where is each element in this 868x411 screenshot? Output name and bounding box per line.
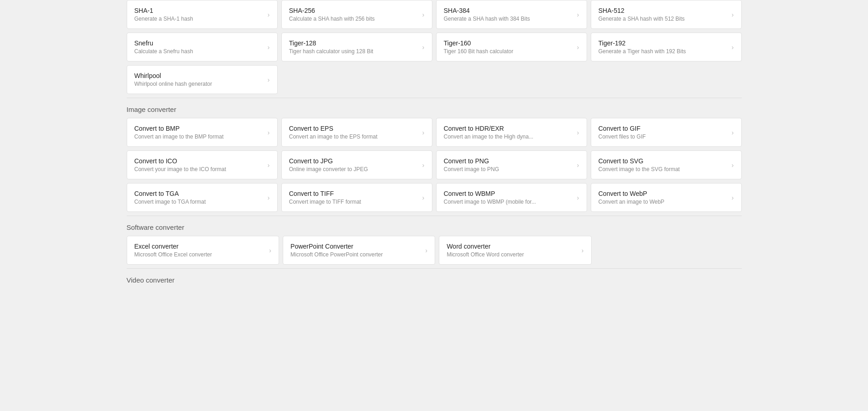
img2-card-0[interactable]: Convert to ICOConvert your image to the …: [127, 150, 278, 179]
img1-card-desc-3: Convert files to GIF: [599, 133, 728, 140]
tiger-card-content-0: SnefruCalculate a Snefru hash: [134, 39, 264, 55]
img1-card-content-1: Convert to EPSConvert an image to the EP…: [289, 125, 419, 140]
sha-card-arrow-2: ›: [577, 11, 579, 18]
img2-card-1[interactable]: Convert to JPGOnline image converter to …: [281, 150, 432, 179]
img2-card-arrow-3: ›: [732, 161, 734, 169]
img3-card-desc-0: Convert image to TGA format: [134, 199, 264, 205]
img2-card-2[interactable]: Convert to PNGConvert image to PNG›: [436, 150, 587, 179]
software-card-arrow-2: ›: [582, 247, 584, 254]
img3-card-title-0: Convert to TGA: [134, 190, 264, 197]
img2-card-desc-0: Convert your image to the ICO format: [134, 166, 264, 172]
img1-card-2[interactable]: Convert to HDR/EXRConvert an image to th…: [436, 118, 587, 147]
img1-card-1[interactable]: Convert to EPSConvert an image to the EP…: [281, 118, 432, 147]
sha-card-arrow-0: ›: [268, 11, 270, 18]
img2-card-content-3: Convert to SVGConvert image to the SVG f…: [599, 157, 728, 172]
tiger-card-desc-3: Generate a Tiger hash with 192 Bits: [599, 48, 728, 55]
tiger-card-content-2: Tiger-160Tiger 160 Bit hash calculator: [444, 39, 573, 55]
software-card-content-2: Word converterMicrosoft Office Word conv…: [447, 243, 578, 258]
img1-card-title-3: Convert to GIF: [599, 125, 728, 132]
img1-card-arrow-3: ›: [732, 129, 734, 136]
img2-card-title-1: Convert to JPG: [289, 157, 419, 165]
img1-card-arrow-2: ›: [577, 129, 579, 136]
img2-card-3[interactable]: Convert to SVGConvert image to the SVG f…: [591, 150, 742, 179]
img2-card-arrow-1: ›: [422, 161, 425, 169]
img2-card-desc-1: Online image converter to JPEG: [289, 166, 419, 172]
video-converter-section-header: Video converter: [127, 268, 742, 289]
img3-card-content-1: Convert to TIFFConvert image to TIFF for…: [289, 190, 419, 205]
software-card-desc-1: Microsoft Office PowerPoint converter: [291, 251, 422, 258]
software-converter-section-header: Software converter: [127, 216, 742, 236]
software-card-title-1: PowerPoint Converter: [291, 243, 422, 250]
whirlpool-card-desc-0: Whirlpool online hash generator: [134, 81, 264, 87]
img3-card-desc-2: Convert image to WBMP (mobile for...: [444, 199, 573, 205]
sha-card-arrow-1: ›: [422, 11, 425, 18]
software-card-title-2: Word converter: [447, 243, 578, 250]
img3-card-content-0: Convert to TGAConvert image to TGA forma…: [134, 190, 264, 205]
software-card-arrow-0: ›: [269, 247, 271, 254]
tiger-card-title-3: Tiger-192: [599, 39, 728, 47]
img3-card-0[interactable]: Convert to TGAConvert image to TGA forma…: [127, 183, 278, 212]
img1-card-content-2: Convert to HDR/EXRConvert an image to th…: [444, 125, 573, 140]
sha-card-content-2: SHA-384Generate a SHA hash with 384 Bits: [444, 7, 573, 22]
sha-card-desc-0: Generate a SHA-1 hash: [134, 16, 264, 22]
whirlpool-card-arrow-0: ›: [268, 76, 270, 83]
img2-card-content-1: Convert to JPGOnline image converter to …: [289, 157, 419, 172]
sha-card-title-3: SHA-512: [599, 7, 728, 14]
img1-card-arrow-0: ›: [268, 129, 270, 136]
tiger-card-desc-1: Tiger hash calculator using 128 Bit: [289, 48, 419, 55]
img1-card-content-3: Convert to GIFConvert files to GIF: [599, 125, 728, 140]
img1-card-desc-0: Convert an image to the BMP format: [134, 133, 264, 140]
software-card-content-1: PowerPoint ConverterMicrosoft Office Pow…: [291, 243, 422, 258]
software-card-0[interactable]: Excel converterMicrosoft Office Excel co…: [127, 236, 279, 265]
software-card-arrow-1: ›: [425, 247, 427, 254]
software-card-1[interactable]: PowerPoint ConverterMicrosoft Office Pow…: [283, 236, 435, 265]
img3-card-arrow-0: ›: [268, 194, 270, 201]
sha-card-desc-3: Generate a SHA hash with 512 Bits: [599, 16, 728, 22]
tiger-card-title-0: Snefru: [134, 39, 264, 47]
img3-card-content-2: Convert to WBMPConvert image to WBMP (mo…: [444, 190, 573, 205]
img2-card-content-2: Convert to PNGConvert image to PNG: [444, 157, 573, 172]
img3-card-title-3: Convert to WebP: [599, 190, 728, 197]
software-card-title-0: Excel converter: [134, 243, 266, 250]
sha-card-0[interactable]: SHA-1Generate a SHA-1 hash›: [127, 0, 278, 29]
sha-card-arrow-3: ›: [732, 11, 734, 18]
img1-card-arrow-1: ›: [422, 129, 425, 136]
sha-card-desc-2: Generate a SHA hash with 384 Bits: [444, 16, 573, 22]
img1-card-3[interactable]: Convert to GIFConvert files to GIF›: [591, 118, 742, 147]
sha-card-desc-1: Calculate a SHA hash with 256 bits: [289, 16, 419, 22]
img3-card-content-3: Convert to WebPConvert an image to WebP: [599, 190, 728, 205]
tiger-card-1[interactable]: Tiger-128Tiger hash calculator using 128…: [281, 33, 432, 61]
software-card-2[interactable]: Word converterMicrosoft Office Word conv…: [439, 236, 591, 265]
img2-card-arrow-2: ›: [577, 161, 579, 169]
tiger-card-arrow-3: ›: [732, 44, 734, 51]
sha-card-2[interactable]: SHA-384Generate a SHA hash with 384 Bits…: [436, 0, 587, 29]
img1-card-0[interactable]: Convert to BMPConvert an image to the BM…: [127, 118, 278, 147]
whirlpool-card-0[interactable]: WhirlpoolWhirlpool online hash generator…: [127, 65, 278, 94]
img2-card-desc-3: Convert image to the SVG format: [599, 166, 728, 172]
whirlpool-card-content-0: WhirlpoolWhirlpool online hash generator: [134, 72, 264, 87]
tiger-card-desc-0: Calculate a Snefru hash: [134, 48, 264, 55]
sha-card-content-1: SHA-256Calculate a SHA hash with 256 bit…: [289, 7, 419, 22]
img3-card-1[interactable]: Convert to TIFFConvert image to TIFF for…: [281, 183, 432, 212]
img3-card-arrow-3: ›: [732, 194, 734, 201]
img3-card-2[interactable]: Convert to WBMPConvert image to WBMP (mo…: [436, 183, 587, 212]
img2-card-title-3: Convert to SVG: [599, 157, 728, 165]
img1-card-content-0: Convert to BMPConvert an image to the BM…: [134, 125, 264, 140]
tiger-card-arrow-2: ›: [577, 44, 579, 51]
image-converter-section-header: Image converter: [127, 98, 742, 118]
sha-card-1[interactable]: SHA-256Calculate a SHA hash with 256 bit…: [281, 0, 432, 29]
img3-card-title-2: Convert to WBMP: [444, 190, 573, 197]
img2-card-title-0: Convert to ICO: [134, 157, 264, 165]
tiger-card-desc-2: Tiger 160 Bit hash calculator: [444, 48, 573, 55]
tiger-card-2[interactable]: Tiger-160Tiger 160 Bit hash calculator›: [436, 33, 587, 61]
sha-card-title-2: SHA-384: [444, 7, 573, 14]
img2-card-arrow-0: ›: [268, 161, 270, 169]
img3-card-3[interactable]: Convert to WebPConvert an image to WebP›: [591, 183, 742, 212]
tiger-card-0[interactable]: SnefruCalculate a Snefru hash›: [127, 33, 278, 61]
img2-card-desc-2: Convert image to PNG: [444, 166, 573, 172]
sha-card-title-1: SHA-256: [289, 7, 419, 14]
tiger-card-3[interactable]: Tiger-192Generate a Tiger hash with 192 …: [591, 33, 742, 61]
sha-card-3[interactable]: SHA-512Generate a SHA hash with 512 Bits…: [591, 0, 742, 29]
tiger-card-content-1: Tiger-128Tiger hash calculator using 128…: [289, 39, 419, 55]
img1-card-title-2: Convert to HDR/EXR: [444, 125, 573, 132]
